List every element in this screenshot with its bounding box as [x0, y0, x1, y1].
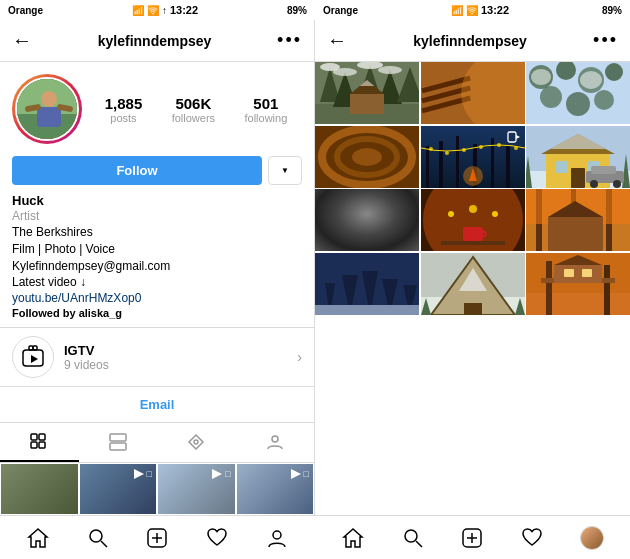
status-bar: Orange 📶 🛜 ↑ 13:22 89% Orange 📶 🛜 13:22 …	[0, 0, 630, 20]
profile-username: kylefinndempsey	[98, 33, 212, 49]
bio-name: Huck	[12, 193, 302, 208]
svg-rect-102	[402, 195, 410, 205]
svg-rect-3	[37, 107, 61, 127]
grid-cell-12[interactable]	[526, 253, 630, 315]
grid-cell-11[interactable]	[421, 253, 525, 315]
grid-cell-3[interactable]	[526, 62, 630, 124]
tab-grid[interactable]	[0, 423, 79, 462]
svg-point-151	[405, 530, 417, 542]
svg-rect-80	[556, 161, 568, 173]
thumb-1[interactable]	[0, 463, 79, 515]
svg-rect-82	[571, 168, 585, 188]
nav-profile-left[interactable]	[264, 525, 290, 551]
grid-cell-9[interactable]	[526, 189, 630, 251]
svg-rect-86	[591, 166, 616, 174]
igtv-chevron-icon: ›	[297, 349, 302, 365]
svg-rect-110	[441, 241, 505, 245]
nav-heart-right[interactable]	[519, 525, 545, 551]
svg-point-91	[347, 202, 387, 232]
grid-back-button[interactable]: ←	[327, 29, 347, 52]
status-left: Orange 📶 🛜 ↑ 13:22 89%	[0, 0, 315, 20]
svg-rect-73	[508, 132, 516, 142]
bottom-nav-right	[315, 525, 630, 551]
posts-stat[interactable]: 1,885 posts	[105, 95, 143, 124]
bottom-nav-left	[0, 525, 315, 551]
svg-point-106	[448, 211, 454, 217]
svg-marker-16	[189, 435, 203, 449]
cell12-image	[526, 253, 630, 315]
nav-home-left[interactable]	[25, 525, 51, 551]
svg-point-51	[580, 71, 602, 89]
grid-more-button[interactable]: •••	[593, 30, 618, 51]
svg-marker-20	[212, 469, 222, 479]
cell10-image	[315, 253, 419, 315]
svg-rect-137	[604, 265, 610, 315]
tab-tagged[interactable]	[157, 423, 236, 462]
nav-home-right[interactable]	[340, 525, 366, 551]
grid-cell-1[interactable]	[315, 62, 419, 124]
bio-link[interactable]: youtu.be/UAnrHMzXop0	[12, 291, 141, 305]
heart-icon-left	[206, 527, 228, 549]
nav-add-right[interactable]	[459, 525, 485, 551]
cell1-image	[315, 62, 419, 124]
svg-rect-131	[464, 303, 482, 315]
bio: Huck Artist The Berkshires Film | Photo …	[0, 193, 314, 325]
svg-point-107	[469, 205, 477, 213]
grid-cell-2[interactable]	[421, 62, 525, 124]
svg-point-48	[566, 92, 590, 116]
thumb-2[interactable]: □	[79, 463, 158, 515]
posts-count: 1,885	[105, 95, 143, 112]
grid-cell-5[interactable]	[421, 126, 525, 188]
nav-heart-left[interactable]	[204, 525, 230, 551]
svg-rect-125	[315, 253, 419, 315]
nav-profile-right[interactable]	[579, 525, 605, 551]
thumb-4[interactable]: □	[236, 463, 315, 515]
grid-cell-10[interactable]	[315, 253, 419, 315]
photo-grid	[315, 62, 630, 515]
svg-rect-89	[315, 189, 419, 251]
nav-search-left[interactable]	[85, 525, 111, 551]
grid-cell-8[interactable]	[421, 189, 525, 251]
svg-marker-21	[291, 469, 301, 479]
grid-cell-7[interactable]	[315, 189, 419, 251]
cell4-image	[315, 126, 419, 188]
nav-add-left[interactable]	[144, 525, 170, 551]
svg-rect-61	[456, 136, 459, 188]
grid-cell-6[interactable]	[526, 126, 630, 188]
wifi-icon-right: 🛜	[466, 5, 478, 16]
email-button[interactable]: Email	[140, 397, 175, 412]
svg-point-101	[355, 222, 379, 236]
igtv-row[interactable]: IGTV 9 videos ›	[0, 327, 314, 387]
tab-person[interactable]	[236, 423, 315, 462]
time-right: 13:22	[481, 4, 509, 16]
person-icon	[266, 433, 284, 451]
dropdown-button[interactable]: ▼	[268, 156, 302, 185]
svg-rect-139	[554, 265, 602, 283]
svg-rect-14	[110, 434, 126, 441]
signal-icon: 📶	[132, 5, 144, 16]
followers-stat[interactable]: 506K followers	[172, 95, 215, 124]
thumb-3[interactable]: □	[157, 463, 236, 515]
profile-panel: ← kylefinndempsey •••	[0, 20, 315, 515]
cell11-image	[421, 253, 525, 315]
posts-label: posts	[110, 112, 136, 124]
svg-point-70	[514, 146, 518, 150]
grid-cell-4[interactable]	[315, 126, 419, 188]
svg-rect-136	[546, 261, 552, 315]
nav-search-right[interactable]	[400, 525, 426, 551]
svg-point-17	[194, 440, 198, 444]
profile-tab-bar	[0, 423, 314, 463]
following-stat[interactable]: 501 following	[244, 95, 287, 124]
more-button[interactable]: •••	[277, 30, 302, 51]
svg-point-96	[359, 215, 362, 218]
svg-marker-74	[516, 135, 520, 139]
avatar[interactable]	[12, 74, 82, 144]
bio-description: Film | Photo | Voice Kylefinndempsey@gma…	[12, 241, 302, 291]
cell6-image	[526, 126, 630, 188]
svg-rect-60	[439, 141, 443, 188]
svg-marker-99	[339, 194, 359, 211]
tab-list[interactable]	[79, 423, 158, 462]
profile-header: ← kylefinndempsey •••	[0, 20, 314, 62]
back-button[interactable]: ←	[12, 29, 32, 52]
follow-button[interactable]: Follow	[12, 156, 262, 185]
